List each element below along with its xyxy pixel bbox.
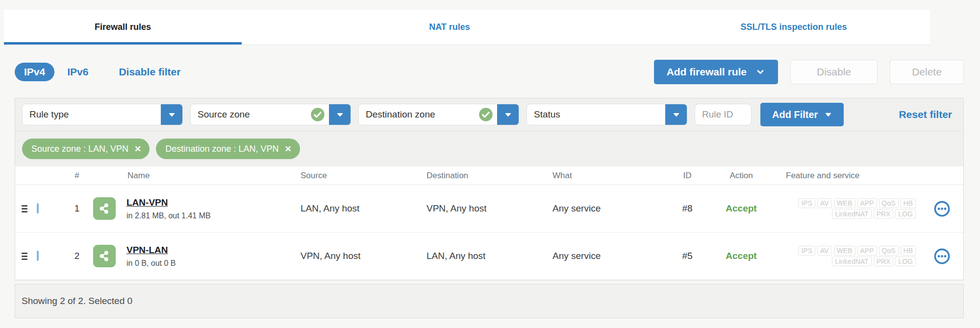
chevron-down-icon [672, 111, 680, 119]
network-rule-icon [93, 245, 116, 267]
tab-ssl-tls-inspection-rules-label: SSL/TLS inspection rules [740, 22, 847, 32]
feature-badge: WEB [834, 246, 855, 256]
tab-ssl-tls-inspection-rules[interactable]: SSL/TLS inspection rules [657, 10, 930, 45]
rule-source: VPN, Any host [301, 251, 427, 261]
destination-zone-dropdown-label: Destination zone [359, 109, 435, 120]
rule-what: Any service [553, 251, 665, 261]
feature-badge: LOG [895, 209, 916, 219]
feature-badge: IPS [798, 198, 815, 208]
column-header-source: Source [301, 171, 427, 181]
chevron-down-icon [168, 111, 176, 119]
column-header-num: # [62, 171, 92, 181]
rule-id: #8 [665, 203, 709, 214]
column-header-destination: Destination [427, 171, 553, 181]
feature-badge: IPS [798, 246, 815, 256]
rules-tab-bar: Firewall rules NAT rules SSL/TLS inspect… [4, 10, 930, 45]
chevron-down-icon [825, 111, 832, 118]
filter-applied-check-icon [310, 107, 325, 122]
feature-badges: IPSAVWEBAPPQoSHB LinkedNATPRXLOG [773, 245, 920, 267]
feature-badge: AV [817, 246, 832, 256]
source-zone-dropdown[interactable]: Source zone [190, 104, 351, 125]
filter-applied-check-icon [478, 107, 493, 122]
table-footer-status: Showing 2 of 2. Selected 0 [22, 296, 132, 306]
row-actions-menu-icon[interactable] [934, 248, 950, 264]
feature-badge: LOG [895, 257, 916, 266]
table-footer: Showing 2 of 2. Selected 0 [15, 284, 964, 318]
feature-badge: APP [857, 198, 877, 208]
filter-chip-source-zone: Source zone : LAN, VPN ✕ [22, 139, 150, 159]
feature-badge: HB [901, 246, 916, 256]
rule-type-dropdown-label: Rule type [23, 109, 69, 120]
row-checkbox[interactable] [37, 203, 39, 213]
active-filter-chips: Source zone : LAN, VPN ✕ Destination zon… [15, 131, 963, 166]
tab-firewall-rules-label: Firewall rules [95, 22, 151, 32]
column-header-what: What [553, 171, 665, 181]
destination-zone-dropdown[interactable]: Destination zone [358, 104, 519, 125]
rule-type-dropdown[interactable]: Rule type [22, 104, 183, 125]
ipv6-toggle[interactable]: IPv6 [67, 66, 88, 78]
rule-traffic-stats: in 0 B, out 0 B [126, 259, 176, 268]
status-dropdown-label: Status [527, 109, 560, 120]
table-row: 2 VPN-LAN in 0 B, out 0 B VPN, Any host … [15, 233, 963, 280]
delete-button[interactable]: Delete [890, 60, 964, 84]
feature-badge: LinkedNAT [832, 209, 871, 219]
tab-nat-rules-label: NAT rules [429, 22, 470, 32]
add-filter-button[interactable]: Add Filter [760, 103, 844, 126]
rule-name-link[interactable]: VPN-LAN [126, 245, 168, 256]
rule-name-link[interactable]: LAN-VPN [126, 197, 168, 208]
chevron-down-icon [504, 111, 512, 119]
add-firewall-rule-button[interactable]: Add firewall rule [654, 60, 778, 84]
disable-filter-link[interactable]: Disable filter [119, 66, 180, 78]
add-firewall-rule-label: Add firewall rule [667, 66, 747, 78]
ipv4-toggle-label: IPv4 [24, 66, 45, 78]
row-actions-menu-icon[interactable] [934, 201, 950, 217]
rule-traffic-stats: in 2.81 MB, out 1.41 MB [126, 211, 211, 220]
filter-chip-destination-zone: Destination zone : LAN, VPN ✕ [156, 139, 300, 159]
feature-badge: LinkedNAT [832, 257, 871, 266]
column-header-features: Feature and service [773, 171, 920, 181]
network-rule-icon [93, 197, 116, 220]
tab-nat-rules[interactable]: NAT rules [242, 10, 657, 45]
filter-bar: Rule type Source zone Destination zone [15, 98, 963, 131]
rule-number: 2 [62, 251, 92, 261]
tab-firewall-rules[interactable]: Firewall rules [4, 10, 242, 45]
status-dropdown-button[interactable] [665, 104, 687, 125]
chevron-down-icon [755, 67, 765, 77]
feature-badges: IPSAVWEBAPPQoSHB LinkedNATPRXLOG [773, 197, 920, 220]
rule-action: Accept [709, 251, 773, 261]
column-header-id: ID [665, 171, 709, 181]
toolbar-left: IPv4 IPv6 Disable filter [15, 63, 180, 81]
source-zone-dropdown-button[interactable] [329, 104, 351, 125]
rule-destination: LAN, Any host [427, 251, 553, 261]
feature-badge: APP [857, 246, 877, 256]
add-filter-label: Add Filter [772, 109, 818, 120]
status-dropdown[interactable]: Status [527, 104, 687, 125]
ipv4-toggle[interactable]: IPv4 [15, 63, 54, 81]
rule-action: Accept [709, 203, 773, 214]
drag-handle-icon[interactable] [22, 205, 27, 212]
feature-badge: AV [817, 198, 832, 208]
feature-badge: HB [901, 198, 916, 208]
remove-filter-icon[interactable]: ✕ [134, 145, 141, 153]
feature-badge: QoS [879, 198, 899, 208]
remove-filter-icon[interactable]: ✕ [284, 145, 291, 153]
source-zone-dropdown-label: Source zone [191, 109, 250, 120]
chevron-down-icon [336, 111, 344, 119]
rule-id: #5 [665, 251, 709, 261]
rule-source: LAN, Any host [301, 203, 427, 214]
feature-badge: WEB [834, 198, 855, 208]
disable-button[interactable]: Disable [790, 60, 878, 84]
row-checkbox[interactable] [37, 251, 39, 261]
destination-zone-dropdown-button[interactable] [497, 104, 519, 125]
feature-badge: QoS [879, 246, 899, 256]
firewall-rules-panel: Rule type Source zone Destination zone [15, 98, 964, 281]
column-header-name: Name [92, 171, 301, 181]
feature-badge: PRX [874, 209, 894, 219]
rule-id-input[interactable] [695, 104, 752, 125]
column-header-action: Action [709, 171, 773, 181]
rule-type-dropdown-button[interactable] [161, 104, 182, 125]
drag-handle-icon[interactable] [22, 253, 27, 260]
toolbar-right: Add firewall rule Disable Delete [654, 60, 964, 84]
table-row: 1 LAN-VPN in 2.81 MB, out 1.41 MB LAN, A… [15, 185, 963, 233]
reset-filter-link[interactable]: Reset filter [899, 109, 956, 120]
